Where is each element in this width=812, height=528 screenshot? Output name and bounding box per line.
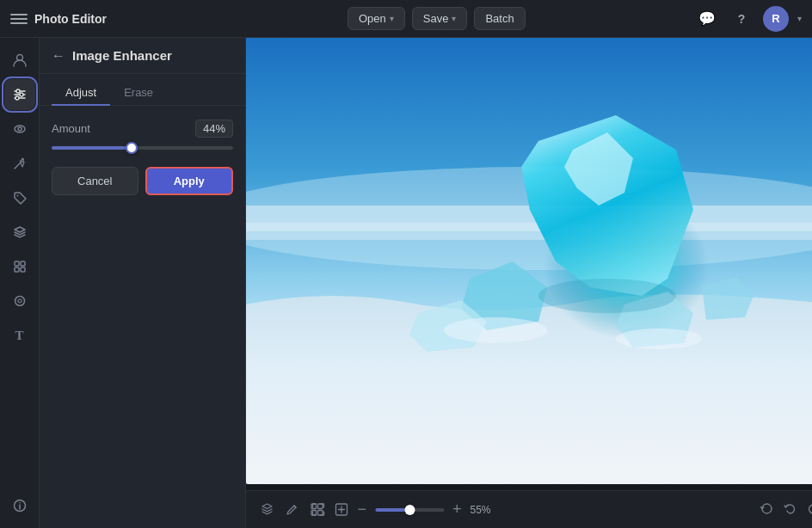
svg-point-6 — [15, 96, 19, 100]
tab-adjust[interactable]: Adjust — [52, 81, 110, 106]
sidebar-icons: T — [0, 38, 40, 528]
sidebar-item-tag[interactable] — [4, 182, 35, 213]
amount-label: Amount — [52, 122, 90, 135]
svg-point-4 — [16, 89, 20, 93]
user-avatar[interactable]: R — [763, 6, 789, 32]
comment-icon: 💬 — [698, 10, 716, 27]
toolbar-center: − + 55% — [311, 500, 501, 519]
eye-icon — [12, 121, 28, 137]
cancel-button[interactable]: Cancel — [52, 167, 138, 195]
slider-fill — [52, 146, 132, 150]
svg-point-10 — [16, 195, 18, 197]
sliders-icon — [12, 87, 28, 102]
svg-point-31 — [444, 317, 547, 343]
layers-icon — [12, 224, 28, 240]
save-button[interactable]: Save ▾ — [412, 7, 468, 30]
layers-toolbar-icon[interactable] — [260, 502, 274, 517]
svg-point-8 — [18, 127, 22, 131]
amount-value: 44% — [195, 120, 233, 138]
topbar-right: 💬 ? R ▾ — [694, 6, 802, 32]
panel-actions: Cancel Apply — [52, 167, 233, 195]
avatar-chevron-icon[interactable]: ▾ — [797, 14, 802, 23]
back-button[interactable]: ← — [52, 49, 65, 63]
text-icon: T — [15, 328, 23, 343]
sidebar-item-eye[interactable] — [4, 114, 35, 144]
help-icon: ? — [738, 12, 746, 26]
canvas-area: − + 55% — [246, 38, 812, 528]
redo-icon[interactable] — [806, 501, 812, 519]
canvas-main — [246, 38, 812, 490]
sidebar-item-grid[interactable] — [4, 251, 35, 282]
reset-icon[interactable] — [760, 501, 774, 519]
zoom-thumb[interactable] — [404, 505, 415, 515]
zoom-slider[interactable] — [375, 508, 444, 512]
slider-wrapper — [52, 146, 233, 150]
svg-point-5 — [20, 93, 23, 96]
canvas-toolbar: − + 55% — [246, 490, 812, 528]
help-button[interactable]: ? — [729, 6, 754, 32]
slider-thumb[interactable] — [126, 142, 138, 154]
zoom-out-icon[interactable]: − — [357, 500, 366, 519]
info-icon — [12, 498, 28, 513]
photo-canvas[interactable] — [246, 44, 812, 484]
undo-icon[interactable] — [783, 501, 797, 519]
fit-icon[interactable] — [334, 502, 348, 517]
panel-header: ← Image Enhancer — [40, 38, 245, 74]
image-enhancer-panel: ← Image Enhancer Adjust Erase Amount 44%… — [40, 38, 246, 528]
topbar-center: Open ▾ Save ▾ Batch — [348, 7, 526, 30]
svg-point-16 — [18, 299, 22, 303]
topbar-left: Photo Editor — [10, 10, 107, 28]
grid-icon — [12, 259, 28, 274]
sidebar-item-text[interactable]: T — [4, 320, 35, 351]
toolbar-right — [760, 501, 812, 519]
open-button[interactable]: Open ▾ — [348, 7, 405, 30]
save-chevron-icon: ▾ — [452, 14, 456, 23]
panel-tabs: Adjust Erase — [40, 74, 245, 106]
main-layout: T ← Image Enhancer Adjust Erase Amount 4… — [0, 38, 812, 528]
open-chevron-icon: ▾ — [390, 14, 394, 23]
tab-erase[interactable]: Erase — [110, 81, 167, 106]
topbar: Photo Editor Open ▾ Save ▾ Batch 💬 ? R ▾ — [0, 0, 812, 38]
svg-rect-14 — [21, 267, 25, 272]
svg-rect-13 — [15, 267, 19, 272]
svg-point-19 — [19, 502, 21, 504]
svg-rect-11 — [15, 261, 19, 266]
amount-row: Amount 44% — [52, 120, 233, 138]
magic-icon — [12, 156, 28, 171]
comment-button[interactable]: 💬 — [694, 6, 720, 32]
menu-icon[interactable] — [10, 10, 28, 28]
sidebar-item-adjust[interactable] — [4, 79, 35, 110]
person-icon — [12, 52, 28, 68]
panel-title: Image Enhancer — [72, 48, 172, 63]
slider-track — [52, 146, 233, 150]
shape-icon — [12, 293, 28, 309]
sidebar-item-layers[interactable] — [4, 217, 35, 248]
sidebar-item-person[interactable] — [4, 45, 35, 76]
svg-point-9 — [22, 158, 24, 160]
sidebar-item-shape[interactable] — [4, 285, 35, 316]
edit-toolbar-icon[interactable] — [285, 502, 299, 517]
svg-point-33 — [538, 279, 676, 313]
svg-point-15 — [15, 297, 24, 306]
apply-button[interactable]: Apply — [145, 167, 234, 195]
panel-content: Amount 44% Cancel Apply — [40, 106, 245, 209]
svg-point-32 — [616, 328, 702, 349]
svg-rect-12 — [21, 261, 25, 266]
zoom-in-icon[interactable]: + — [452, 500, 462, 519]
batch-button[interactable]: Batch — [474, 7, 525, 30]
expand-icon[interactable] — [311, 502, 325, 517]
sidebar-item-magic[interactable] — [4, 148, 35, 179]
app-title: Photo Editor — [34, 12, 107, 26]
photo-svg — [246, 38, 812, 478]
sidebar-item-info[interactable] — [4, 490, 35, 521]
svg-point-7 — [15, 126, 25, 132]
zoom-percentage: 55% — [471, 504, 501, 516]
tag-icon — [12, 190, 28, 206]
